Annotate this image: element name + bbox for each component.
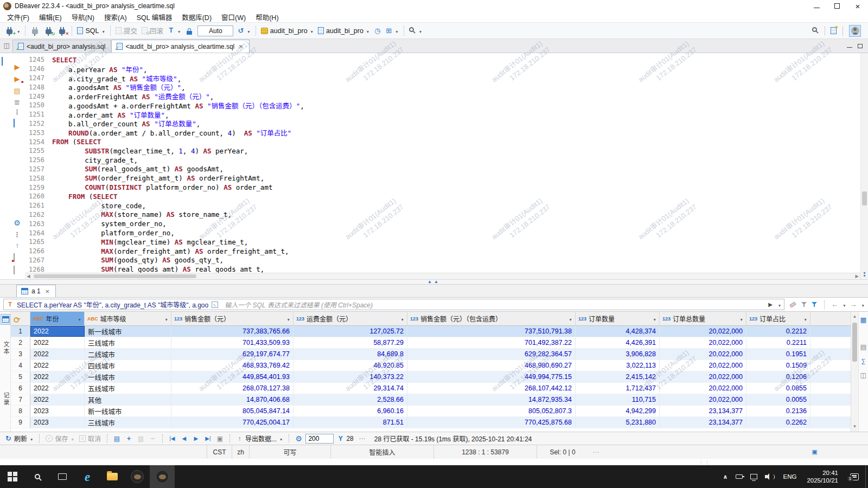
schema-selector-dropdown-icon[interactable]	[366, 27, 369, 35]
custom-filter-icon[interactable]	[7, 301, 14, 309]
app-button-1[interactable]	[125, 465, 150, 488]
more-options-button[interactable]	[357, 433, 367, 444]
column-header-4[interactable]: 123销售金额（元）（包含运费）	[407, 312, 576, 325]
grid-cell[interactable]: 20,022,000	[660, 337, 746, 348]
sort-caret-icon[interactable]	[287, 315, 290, 323]
new-connection-button[interactable]: +	[3, 24, 22, 37]
refresh-button-dropdown-icon[interactable]	[30, 435, 33, 442]
ie-button[interactable]: e	[75, 465, 100, 488]
column-header-7[interactable]: 123订单占比	[746, 312, 810, 325]
database-selector-dropdown-icon[interactable]	[310, 27, 314, 35]
sql-editor-button-dropdown-icon[interactable]	[101, 27, 105, 35]
export-file-button[interactable]	[14, 242, 21, 249]
grid-cell[interactable]: 84,689.8	[293, 349, 407, 359]
disconnect-all-button[interactable]: ×	[55, 24, 69, 37]
column-header-2[interactable]: 123销售金额（元）	[171, 312, 293, 325]
file-explorer-button[interactable]	[100, 465, 125, 488]
editor-hscrollbar[interactable]	[25, 273, 860, 279]
row-number-cell[interactable]: 3	[11, 349, 30, 359]
grid-cell[interactable]: 23,134,377	[660, 417, 746, 428]
scroll-right-icon[interactable]	[853, 273, 860, 280]
grid-cell[interactable]: 737,383,765.66	[171, 326, 293, 337]
grid-cell[interactable]: 14,872,935.34	[407, 394, 576, 405]
lock-toggle-button[interactable]	[183, 24, 196, 37]
menu-item-3[interactable]: 搜索(A)	[99, 11, 132, 23]
grid-cell[interactable]: 0.1206	[746, 371, 810, 382]
grid-cell[interactable]: 2022	[30, 337, 85, 348]
grid-cell[interactable]: 0.1951	[746, 349, 810, 359]
column-header-3[interactable]: 123运费金额（元）	[293, 312, 407, 325]
grid-cell[interactable]: 0.2262	[746, 417, 810, 428]
fetch-next-button[interactable]: 28	[335, 433, 355, 444]
prev-row-button[interactable]	[179, 433, 189, 444]
editor-tab-1[interactable]: ✓<audit_bi_pro> analysis_cleartime.sql	[111, 40, 250, 53]
grid-cell[interactable]: 4,426,391	[576, 337, 660, 348]
next-row-button[interactable]	[191, 433, 201, 444]
grid-cell[interactable]: 6,960.16	[293, 406, 407, 416]
grid-cell[interactable]: 629,197,674.77	[171, 349, 293, 359]
filter-dropdown-icon[interactable]	[778, 301, 781, 309]
filter-icon[interactable]	[811, 301, 818, 308]
grid-cell[interactable]: 四线城市	[85, 360, 171, 371]
toolbar-search-button[interactable]	[407, 24, 424, 37]
disconnect-button[interactable]	[28, 24, 42, 37]
grid-cell[interactable]: 2022	[30, 371, 85, 382]
dashboard-button[interactable]	[372, 24, 383, 37]
grid-cell[interactable]: 770,425,004.17	[171, 417, 293, 428]
unsaved-file-button[interactable]: ●	[14, 254, 15, 261]
value-panel-button[interactable]	[860, 316, 867, 324]
expand-filter-icon[interactable]	[212, 301, 218, 308]
grid-cell[interactable]: 268,078,127.38	[171, 383, 293, 394]
row-number-cell[interactable]: 9	[11, 417, 30, 428]
menu-item-6[interactable]: 窗口(W)	[216, 11, 251, 23]
sql-editor-button[interactable]: SQL	[75, 24, 107, 37]
grid-cell[interactable]: 一线城市	[85, 371, 171, 382]
tx-mode-combo[interactable]: Auto	[197, 25, 233, 36]
fetch-size-input[interactable]	[305, 434, 334, 444]
export-data-button[interactable]: 导出数据...	[234, 433, 284, 444]
usb-button[interactable]	[732, 465, 746, 488]
network-button[interactable]	[746, 465, 761, 488]
dots-button[interactable]	[14, 108, 21, 116]
editor-vscrollbar[interactable]	[860, 53, 868, 279]
fetch-settings-button[interactable]	[293, 433, 304, 444]
column-header-5[interactable]: 123订单数量	[576, 312, 660, 325]
minimize-editor-icon[interactable]	[847, 47, 852, 48]
sort-caret-icon[interactable]	[165, 315, 168, 323]
grid-cell[interactable]: 58,877.29	[293, 337, 407, 348]
grid-cell[interactable]: 127,025.72	[293, 326, 407, 337]
volume-button[interactable]	[761, 465, 778, 488]
grid-cell[interactable]: 2022	[30, 360, 85, 371]
save-button-dropdown-icon[interactable]	[71, 435, 74, 442]
grid-cell[interactable]: 2022	[30, 383, 85, 394]
grid-cell[interactable]: 871.51	[293, 417, 407, 428]
taskbar-search-button[interactable]	[25, 465, 50, 488]
prev-result-icon[interactable]	[831, 301, 838, 309]
grid-cell[interactable]: 新一线城市	[85, 326, 171, 337]
edit-cell-button[interactable]	[112, 433, 122, 444]
close-button[interactable]	[847, 0, 868, 12]
tab-close-icon[interactable]	[44, 287, 51, 295]
grid-cell[interactable]: 2023	[30, 406, 85, 416]
sort-caret-icon[interactable]	[740, 315, 743, 323]
grid-cell[interactable]: 20,022,000	[660, 349, 746, 359]
transaction-mode-button-dropdown-icon[interactable]	[177, 27, 181, 35]
templates-button[interactable]	[14, 87, 21, 95]
grid-cell[interactable]: 20,022,000	[660, 360, 746, 371]
sort-caret-icon[interactable]	[78, 315, 81, 323]
grid-cell[interactable]: 23,134,377	[660, 406, 746, 416]
next-result-icon[interactable]	[850, 301, 857, 309]
menu-item-4[interactable]: SQL 编辑器	[132, 11, 177, 23]
add-row-button[interactable]	[124, 433, 134, 444]
outline-button[interactable]	[14, 98, 21, 106]
scroll-left-icon[interactable]	[25, 273, 32, 280]
search-icon[interactable]	[812, 27, 817, 32]
scroll-up-icon[interactable]	[851, 313, 858, 320]
editor-tab-0[interactable]: ✓<audit_bi_pro> analysis.sql	[12, 40, 111, 53]
grid-cell[interactable]: 468,980,690.27	[407, 360, 576, 371]
grid-cell[interactable]: 0.2212	[746, 326, 810, 337]
dots-button[interactable]	[14, 231, 21, 239]
grid-presentation-tab[interactable]	[1, 314, 10, 325]
grid-cell[interactable]: 2023	[30, 417, 85, 428]
grid-cell[interactable]: 4,428,374	[576, 326, 660, 337]
